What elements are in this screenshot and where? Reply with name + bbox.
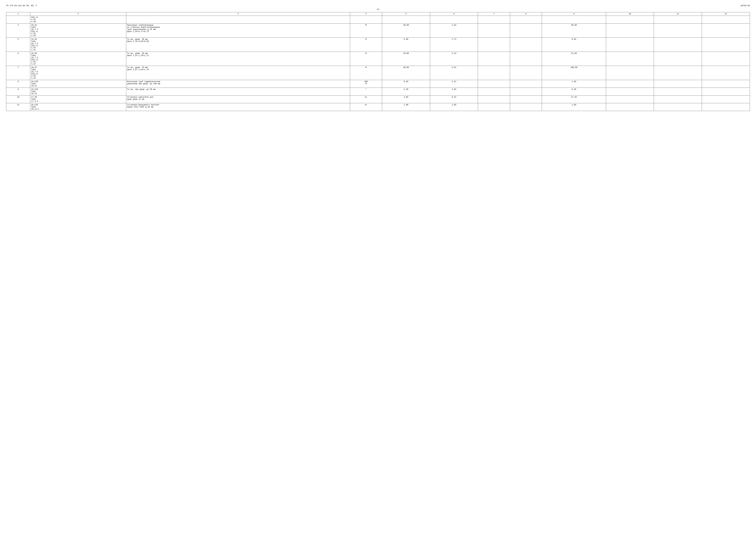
cell-row4-col5: 40,00 (382, 66, 430, 80)
cell-row8-col9: 1,60 (542, 103, 606, 111)
cell-row0-col4 (350, 16, 382, 24)
cell-row2-col1: 5 (6, 38, 30, 52)
cell-row7-col4: шт (350, 95, 382, 103)
cell-row8-col8 (510, 103, 542, 111)
table-row: 916–219 Табл 16,22То же, при диам. до 50… (6, 88, 750, 95)
cell-row1-col6: 1,54 (430, 24, 478, 38)
cell-row8-col4: шт (350, 103, 382, 111)
cell-row3-col7 (478, 52, 510, 66)
cell-row8-col11 (654, 103, 702, 111)
cell-row0-col9 (542, 16, 606, 24)
cell-row0-col8 (510, 16, 542, 24)
cell-row7-col5: 3,00 (382, 95, 430, 103)
cell-row0-col7 (478, 16, 510, 24)
cell-row4-col6: 2,52 (430, 66, 478, 80)
cell-row0-col1 (6, 16, 30, 24)
cell-row2-col7 (478, 38, 510, 52)
cell-row3-col3: То же, диам. 50 мм Цена 2,21–1,18+1,11 (126, 52, 350, 66)
cell-row2-col10 (606, 38, 654, 52)
cell-row7-col11 (654, 95, 702, 103)
cell-row3-col2: 16–46 Табл 16,7–3 ССЦ ч1 п,54 п,42 (30, 52, 126, 66)
col-header-3: 3 (126, 12, 350, 16)
table-row: 1017–49 Табл 17,3–3Установка смесителя д… (6, 95, 750, 103)
cell-row3-col8 (510, 52, 542, 66)
cell-row3-col1: 6 (6, 52, 30, 66)
cell-row1-col11 (654, 24, 702, 38)
cell-row5-col6: 4,22 (430, 80, 478, 88)
cell-row0-col10 (606, 16, 654, 24)
col-header-6: 6 (430, 12, 478, 16)
table-row: ССЦ ч1 п,51 п,39 (6, 16, 750, 24)
cell-row5-col11 (654, 80, 702, 88)
doc-ref: 20783-05 (740, 4, 750, 7)
cell-row0-col6 (430, 16, 478, 24)
cell-row0-col11 (654, 16, 702, 24)
cell-row1-col1: 4 (6, 24, 30, 38)
table-row: 1116–135 Табл 16,12–1Установка фланцевог… (6, 103, 750, 111)
cell-row3-col4: М (350, 52, 382, 66)
table-row: 616–46 Табл 16,7–3 ССЦ ч1 п,54 п,42То же… (6, 52, 750, 66)
cell-row4-col12 (702, 66, 750, 80)
cell-row4-col7 (478, 66, 510, 80)
cell-row5-col9: 1,69 (542, 80, 606, 88)
doc-title: ТП 274-20-144.85 СМ, АЛ, У (6, 4, 37, 7)
cell-row8-col1: 11 (6, 103, 30, 111)
table-row: 816–220 Табл 16,22Испытание труб гидравл… (6, 80, 750, 88)
cell-row2-col2: 16–45 Табл 16,7–3 ССЦ ч1 п,53 п,41 (30, 38, 126, 52)
cell-row3-col9: 21,40 (542, 52, 606, 66)
cell-row7-col8 (510, 95, 542, 103)
cell-row7-col10 (606, 95, 654, 103)
table-row: 716–47 Табл 16,7–5 ССЦ ч1 п,56 п,44То же… (6, 66, 750, 80)
cell-row1-col9: 30,80 (542, 24, 606, 38)
cell-row7-col2: 17–49 Табл 17,3–3 (30, 95, 126, 103)
cell-row2-col6: 1,73 (430, 38, 478, 52)
cell-row4-col10 (606, 66, 654, 80)
cell-row7-col7 (478, 95, 510, 103)
cell-row6-col3: То же, при диам. до 50 мм (126, 88, 350, 95)
cell-row6-col8 (510, 88, 542, 95)
page-number: -74- (6, 8, 750, 10)
cell-row7-col1: 10 (6, 95, 30, 103)
cell-row4-col4: М (350, 66, 382, 80)
cell-row1-col5: 20,00 (382, 24, 430, 38)
cell-row5-col3: Испытание труб гидравлическим давлением … (126, 80, 350, 88)
col-header-2: 2 (30, 12, 126, 16)
cell-row8-col2: 16–135 Табл 16,12–1 (30, 103, 126, 111)
cell-row8-col7 (478, 103, 510, 111)
cell-row8-col3: Установка фланцевого вентиля марки 15кч … (126, 103, 350, 111)
cell-row6-col9: 9,38 (542, 88, 606, 95)
cell-row1-col10 (606, 24, 654, 38)
cell-row2-col11 (654, 38, 702, 52)
cell-row4-col2: 16–47 Табл 16,7–5 ССЦ ч1 п,56 п,44 (30, 66, 126, 80)
cell-row1-col3: Прокладка трубопроводов из стальных водо… (126, 24, 350, 38)
cell-row3-col12 (702, 52, 750, 66)
cell-row0-col3 (126, 16, 350, 24)
cell-row2-col5: 5,00 (382, 38, 430, 52)
cell-row1-col12 (702, 24, 750, 38)
cell-row6-col2: 16–219 Табл 16,22 (30, 88, 126, 95)
table-row: 516–45 Табл 16,7–3 ССЦ ч1 п,53 п,41То же… (6, 38, 750, 52)
cell-row3-col10 (606, 52, 654, 66)
cell-row6-col6: 3,94 (430, 88, 478, 95)
cell-row5-col8 (510, 80, 542, 88)
cell-row8-col12 (702, 103, 750, 111)
cell-row7-col6: 9,15 (430, 95, 478, 103)
cell-row2-col12 (702, 38, 750, 52)
cell-row5-col10 (606, 80, 654, 88)
cell-row7-col12 (702, 95, 750, 103)
cell-row5-col1: 8 (6, 80, 30, 88)
col-header-10: 10 (606, 12, 654, 16)
cell-row0-col2: ССЦ ч1 п,51 п,39 (30, 16, 126, 24)
col-header-5: 5 (382, 12, 430, 16)
cell-row6-col10 (606, 88, 654, 95)
cell-row6-col1: 9 (6, 88, 30, 95)
cell-row0-col12 (702, 16, 750, 24)
cell-row1-col8 (510, 24, 542, 38)
col-header-11: 11 (654, 12, 702, 16)
cell-row5-col2: 16–220 Табл 16,22 (30, 80, 126, 88)
cell-row3-col5: 10,00 (382, 52, 430, 66)
cell-row6-col5: 2,38 (382, 88, 430, 95)
cell-row4-col8 (510, 66, 542, 80)
cell-row8-col5: 1,00 (382, 103, 430, 111)
cell-row7-col9: 27,45 (542, 95, 606, 103)
